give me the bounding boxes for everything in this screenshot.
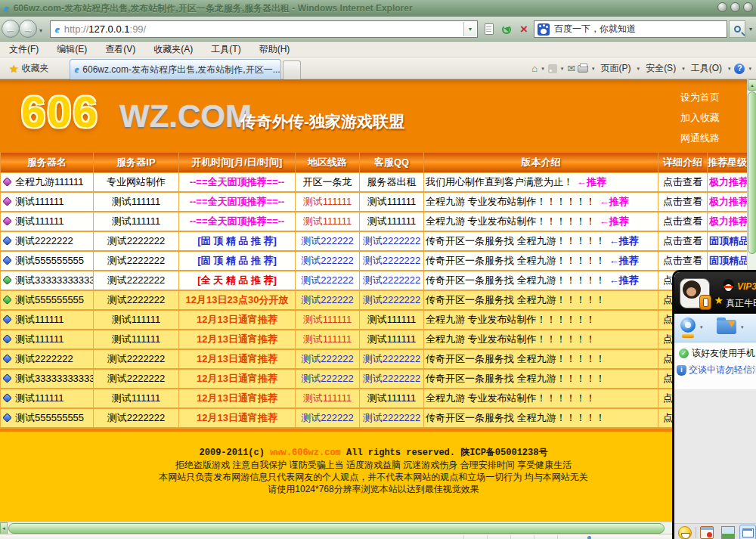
webcam-dropdown-icon[interactable]: ▾ [700,324,703,330]
forward-button[interactable]: → [19,20,37,38]
server-name-link[interactable]: 测试111111 [15,215,64,227]
version-intro-text: 传奇开区一条服务找 全程九游！！！！！ [426,353,606,364]
safety-dropdown-icon[interactable]: ▾ [682,66,685,72]
mail-icon[interactable]: ✉ [567,63,575,74]
server-ip-cell: 测试111111 [94,330,179,349]
print-dropdown-icon[interactable]: ▾ [592,66,595,72]
address-bar[interactable]: e http://127.0.0.1:99/ ▾ [50,20,478,38]
service-qq-cell: 测试2222222 [360,369,424,389]
menu-tools[interactable]: 工具(T) [202,43,249,56]
server-name-link[interactable]: 测试333333333333 [15,373,94,384]
home-icon[interactable]: ⌂ [531,63,538,74]
qq-input-area[interactable] [674,389,756,523]
search-options-dropdown[interactable]: ▾ [746,20,755,38]
menu-view[interactable]: 查看(V) [96,43,144,56]
send-file-icon[interactable] [717,320,736,334]
close-button[interactable] [743,2,753,12]
detail-link[interactable]: 点击查看 [663,215,702,227]
menu-edit[interactable]: 编辑(E) [48,43,96,56]
menu-favorites[interactable]: 收藏夹(A) [144,43,202,56]
help-dropdown-icon[interactable]: ▾ [748,66,751,72]
home-dropdown-icon[interactable]: ▾ [541,66,544,72]
server-name-link[interactable]: 测试2222222 [15,353,73,364]
vertical-scroll-thumb[interactable] [748,91,756,254]
service-qq-cell: 测试111111 [360,212,424,231]
server-ip-cell: 测试2222222 [94,349,179,369]
avatar[interactable] [680,278,710,308]
server-name-link[interactable]: 测试111111 [15,392,64,404]
help-icon[interactable]: ? [734,64,745,74]
server-table: 服务器名 服务器IP 开机时间[月/日/时间] 地区线路 客服QQ 版本介绍 详… [0,153,747,429]
server-name-link[interactable]: 测试111111 [15,196,64,207]
server-ip-cell: 测试111111 [94,192,179,212]
server-name-link[interactable]: 测试555555555 [15,294,84,305]
refresh-button[interactable] [498,20,515,38]
page-menu-button[interactable]: 页面(P) [599,62,634,75]
emoticon-icon[interactable] [678,526,692,539]
tools-menu-button[interactable]: 工具(O) [689,62,724,75]
send-file-dropdown-icon[interactable]: ▾ [741,324,744,330]
browser-tab[interactable]: e 606wz.com-发布站程序出售,发布站制作,开区一... [70,59,281,79]
open-time-cell: 12月13日23点30分开放 [179,290,296,310]
version-intro-text: 全程九游 专业发布站制作！！！！！！ [426,314,596,325]
add-favorite-link[interactable]: 加入收藏 [680,107,720,128]
stop-button[interactable]: × [516,20,531,38]
screen-capture-icon[interactable] [700,526,714,539]
menu-file[interactable]: 文件(F) [0,43,48,56]
server-name-link[interactable]: 测试555555555 [15,255,84,266]
print-icon[interactable] [578,65,588,73]
server-name-cell: 测试555555555 [1,290,94,310]
gem-icon [2,256,12,265]
table-row: 测试111111测试11111112月13日通宵推荐测试111111测试1111… [1,389,748,408]
compatibility-view-button[interactable] [482,20,497,38]
send-image-icon[interactable] [721,526,735,539]
history-dropdown-icon[interactable]: ▾ [39,27,42,34]
minimize-button[interactable] [717,2,727,12]
version-intro-cell: 我们用心制作直到客户满意为止！←推荐 [424,172,658,192]
scroll-left-icon[interactable]: ◄ [0,522,8,534]
set-homepage-link[interactable]: 设为首页 [680,87,720,107]
detail-link[interactable]: 点击查看 [663,176,702,187]
open-time-cell: 12月13日通宵推荐 [179,389,296,408]
menu-help[interactable]: 帮助(H) [250,43,299,56]
server-name-link[interactable]: 测试2222222 [15,235,73,246]
webcam-icon[interactable] [679,318,697,336]
search-button[interactable] [729,20,745,38]
security-tip-message: i 交谈中请勿轻信汇 [677,364,756,376]
server-name-cell: 全程九游111111 [1,172,94,192]
header-server-name: 服务器名 [1,153,94,172]
detail-link[interactable]: 点击查看 [663,255,702,266]
region-line-cell: 测试222222 [296,290,360,310]
search-input[interactable]: 百度一下，你就知道 [534,20,727,38]
horizontal-scroll-thumb[interactable] [8,523,665,534]
tools-dropdown-icon[interactable]: ▾ [728,66,731,72]
screenshot-tool-icon[interactable] [739,525,756,539]
server-name-link[interactable]: 测试333333333333 [15,274,94,286]
feed-dropdown-icon[interactable]: ▾ [561,66,564,72]
menu-bar: 文件(F) 编辑(E) 查看(V) 收藏夹(A) 工具(T) 帮助(H) [0,42,756,57]
feed-icon[interactable] [548,64,557,73]
detail-link[interactable]: 点击查看 [663,196,702,207]
maximize-button[interactable] [730,2,740,12]
region-line-cell: 测试111111 [296,389,360,408]
back-button[interactable]: ← [2,20,20,38]
page-dropdown-icon[interactable]: ▾ [637,66,640,72]
site-logo-number: 606 [21,90,99,134]
gem-icon [2,295,12,305]
navigation-bar: ← → ▾ e http://127.0.0.1:99/ ▾ × 百度一下，你就… [0,17,756,42]
table-row: 测试111111测试111111--==全天固顶推荐==--测试111111测试… [1,192,748,212]
safety-menu-button[interactable]: 安全(S) [643,62,678,75]
server-name-link[interactable]: 全程九游111111 [15,176,84,187]
recommend-arrow-label: ←推荐 [600,215,629,227]
server-name-link[interactable]: 测试111111 [15,314,64,325]
footer-site-link[interactable]: www.606wz.com [270,448,341,458]
server-name-link[interactable]: 测试111111 [15,333,64,345]
scroll-up-icon[interactable]: ▲ [748,79,756,91]
netcom-line-link[interactable]: 网通线路 [680,128,720,148]
new-tab-button[interactable] [283,60,301,79]
address-dropdown-icon[interactable]: ▾ [463,22,476,36]
horizontal-scrollbar[interactable]: ◄ [0,522,747,534]
server-name-link[interactable]: 测试555555555 [15,412,84,423]
detail-link[interactable]: 点击查看 [663,235,702,246]
favorites-button[interactable]: ★ 收藏夹 [5,60,54,76]
